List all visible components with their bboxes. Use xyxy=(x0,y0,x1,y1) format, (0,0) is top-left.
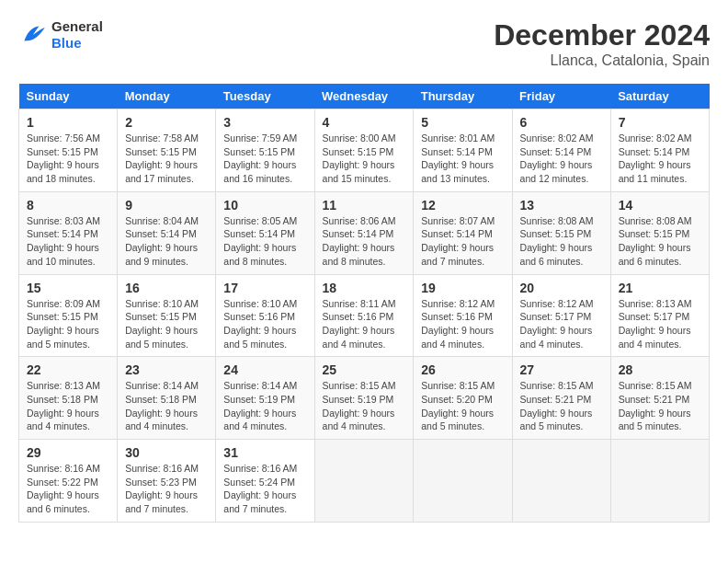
day-info: Sunrise: 8:10 AM Sunset: 5:15 PM Dayligh… xyxy=(125,297,208,351)
calendar-cell: 12Sunrise: 8:07 AM Sunset: 5:14 PM Dayli… xyxy=(414,191,512,274)
calendar-cell: 20Sunrise: 8:12 AM Sunset: 5:17 PM Dayli… xyxy=(512,274,610,357)
day-info: Sunrise: 8:03 AM Sunset: 5:14 PM Dayligh… xyxy=(27,214,109,269)
day-info: Sunrise: 8:02 AM Sunset: 5:14 PM Dayligh… xyxy=(619,132,701,186)
day-info: Sunrise: 7:59 AM Sunset: 5:15 PM Dayligh… xyxy=(223,132,306,186)
day-number: 11 xyxy=(323,198,406,213)
day-info: Sunrise: 8:12 AM Sunset: 5:17 PM Dayligh… xyxy=(520,297,603,351)
calendar-cell: 31Sunrise: 8:16 AM Sunset: 5:24 PM Dayli… xyxy=(216,440,314,523)
day-info: Sunrise: 8:09 AM Sunset: 5:15 PM Dayligh… xyxy=(27,297,109,351)
calendar-week-row: 15Sunrise: 8:09 AM Sunset: 5:15 PM Dayli… xyxy=(19,274,710,357)
day-number: 9 xyxy=(125,198,208,213)
day-info: Sunrise: 8:00 AM Sunset: 5:15 PM Dayligh… xyxy=(323,132,406,186)
day-number: 21 xyxy=(619,281,701,295)
day-number: 26 xyxy=(421,362,504,377)
day-number: 6 xyxy=(520,115,603,130)
calendar-cell: 27Sunrise: 8:15 AM Sunset: 5:21 PM Dayli… xyxy=(512,357,610,440)
calendar-cell: 19Sunrise: 8:12 AM Sunset: 5:16 PM Dayli… xyxy=(414,274,512,357)
day-info: Sunrise: 8:05 AM Sunset: 5:14 PM Dayligh… xyxy=(223,214,306,269)
day-info: Sunrise: 8:02 AM Sunset: 5:14 PM Dayligh… xyxy=(520,132,603,186)
calendar-day-header: Saturday xyxy=(610,84,709,109)
calendar-cell xyxy=(512,440,610,523)
calendar-cell: 28Sunrise: 8:15 AM Sunset: 5:21 PM Dayli… xyxy=(610,357,709,440)
day-number: 15 xyxy=(27,281,109,295)
day-number: 16 xyxy=(125,281,208,295)
day-number: 29 xyxy=(27,445,109,460)
day-info: Sunrise: 8:06 AM Sunset: 5:14 PM Dayligh… xyxy=(323,214,406,269)
calendar-cell: 26Sunrise: 8:15 AM Sunset: 5:20 PM Dayli… xyxy=(414,357,512,440)
day-number: 12 xyxy=(421,198,504,213)
logo-text: General Blue xyxy=(51,18,103,52)
day-info: Sunrise: 8:10 AM Sunset: 5:16 PM Dayligh… xyxy=(223,297,306,351)
calendar-cell: 23Sunrise: 8:14 AM Sunset: 5:18 PM Dayli… xyxy=(118,357,216,440)
day-number: 8 xyxy=(27,198,109,213)
month-title: December 2024 xyxy=(494,18,710,52)
day-info: Sunrise: 8:14 AM Sunset: 5:19 PM Dayligh… xyxy=(223,379,306,433)
calendar-day-header: Wednesday xyxy=(314,84,414,109)
calendar-header-row: SundayMondayTuesdayWednesdayThursdayFrid… xyxy=(19,84,710,109)
calendar-cell: 13Sunrise: 8:08 AM Sunset: 5:15 PM Dayli… xyxy=(512,191,610,274)
day-info: Sunrise: 8:07 AM Sunset: 5:14 PM Dayligh… xyxy=(421,214,504,269)
day-info: Sunrise: 8:16 AM Sunset: 5:24 PM Dayligh… xyxy=(223,462,306,516)
day-info: Sunrise: 8:15 AM Sunset: 5:21 PM Dayligh… xyxy=(619,379,701,433)
calendar-cell: 10Sunrise: 8:05 AM Sunset: 5:14 PM Dayli… xyxy=(216,191,314,274)
calendar-cell: 15Sunrise: 8:09 AM Sunset: 5:15 PM Dayli… xyxy=(19,274,118,357)
day-info: Sunrise: 7:58 AM Sunset: 5:15 PM Dayligh… xyxy=(125,132,208,186)
day-number: 24 xyxy=(223,362,306,377)
calendar-cell: 1Sunrise: 7:56 AM Sunset: 5:15 PM Daylig… xyxy=(19,109,118,192)
day-info: Sunrise: 8:13 AM Sunset: 5:17 PM Dayligh… xyxy=(619,297,701,351)
location: Llanca, Catalonia, Spain xyxy=(494,52,710,69)
calendar-day-header: Tuesday xyxy=(216,84,314,109)
day-info: Sunrise: 8:12 AM Sunset: 5:16 PM Dayligh… xyxy=(421,297,504,351)
calendar-week-row: 8Sunrise: 8:03 AM Sunset: 5:14 PM Daylig… xyxy=(19,191,710,274)
calendar-cell xyxy=(314,440,414,523)
day-number: 30 xyxy=(125,445,208,460)
calendar-day-header: Friday xyxy=(512,84,610,109)
day-info: Sunrise: 8:08 AM Sunset: 5:15 PM Dayligh… xyxy=(520,214,603,269)
day-info: Sunrise: 8:16 AM Sunset: 5:23 PM Dayligh… xyxy=(125,462,208,516)
day-info: Sunrise: 8:13 AM Sunset: 5:18 PM Dayligh… xyxy=(27,379,109,433)
calendar-cell: 8Sunrise: 8:03 AM Sunset: 5:14 PM Daylig… xyxy=(19,191,118,274)
calendar-cell: 30Sunrise: 8:16 AM Sunset: 5:23 PM Dayli… xyxy=(118,440,216,523)
day-info: Sunrise: 8:16 AM Sunset: 5:22 PM Dayligh… xyxy=(27,462,109,516)
calendar-cell: 11Sunrise: 8:06 AM Sunset: 5:14 PM Dayli… xyxy=(314,191,414,274)
day-number: 25 xyxy=(323,362,406,377)
day-number: 3 xyxy=(223,115,306,130)
calendar-cell: 6Sunrise: 8:02 AM Sunset: 5:14 PM Daylig… xyxy=(512,109,610,192)
calendar-cell: 25Sunrise: 8:15 AM Sunset: 5:19 PM Dayli… xyxy=(314,357,414,440)
day-number: 4 xyxy=(323,115,406,130)
day-number: 2 xyxy=(125,115,208,130)
day-number: 17 xyxy=(223,281,306,295)
day-number: 27 xyxy=(520,362,603,377)
calendar-week-row: 29Sunrise: 8:16 AM Sunset: 5:22 PM Dayli… xyxy=(19,440,710,523)
day-number: 14 xyxy=(619,198,701,213)
day-info: Sunrise: 8:15 AM Sunset: 5:21 PM Dayligh… xyxy=(520,379,603,433)
calendar-cell xyxy=(414,440,512,523)
day-number: 20 xyxy=(520,281,603,295)
logo: General Blue xyxy=(18,18,103,52)
day-number: 1 xyxy=(27,115,109,130)
calendar-cell: 17Sunrise: 8:10 AM Sunset: 5:16 PM Dayli… xyxy=(216,274,314,357)
day-number: 23 xyxy=(125,362,208,377)
day-number: 5 xyxy=(421,115,504,130)
calendar-day-header: Monday xyxy=(118,84,216,109)
calendar-cell: 9Sunrise: 8:04 AM Sunset: 5:14 PM Daylig… xyxy=(118,191,216,274)
calendar-cell: 5Sunrise: 8:01 AM Sunset: 5:14 PM Daylig… xyxy=(414,109,512,192)
day-info: Sunrise: 8:15 AM Sunset: 5:19 PM Dayligh… xyxy=(323,379,406,433)
calendar-cell: 18Sunrise: 8:11 AM Sunset: 5:16 PM Dayli… xyxy=(314,274,414,357)
day-info: Sunrise: 8:01 AM Sunset: 5:14 PM Dayligh… xyxy=(421,132,504,186)
calendar-cell: 24Sunrise: 8:14 AM Sunset: 5:19 PM Dayli… xyxy=(216,357,314,440)
logo-icon xyxy=(18,20,48,50)
day-number: 19 xyxy=(421,281,504,295)
day-number: 13 xyxy=(520,198,603,213)
calendar-cell: 7Sunrise: 8:02 AM Sunset: 5:14 PM Daylig… xyxy=(610,109,709,192)
calendar-cell: 16Sunrise: 8:10 AM Sunset: 5:15 PM Dayli… xyxy=(118,274,216,357)
calendar-day-header: Sunday xyxy=(19,84,118,109)
calendar-table: SundayMondayTuesdayWednesdayThursdayFrid… xyxy=(18,84,710,523)
calendar-cell: 14Sunrise: 8:08 AM Sunset: 5:15 PM Dayli… xyxy=(610,191,709,274)
calendar-day-header: Thursday xyxy=(414,84,512,109)
calendar-week-row: 22Sunrise: 8:13 AM Sunset: 5:18 PM Dayli… xyxy=(19,357,710,440)
day-number: 18 xyxy=(323,281,406,295)
day-info: Sunrise: 8:08 AM Sunset: 5:15 PM Dayligh… xyxy=(619,214,701,269)
day-number: 10 xyxy=(223,198,306,213)
calendar-cell: 2Sunrise: 7:58 AM Sunset: 5:15 PM Daylig… xyxy=(118,109,216,192)
